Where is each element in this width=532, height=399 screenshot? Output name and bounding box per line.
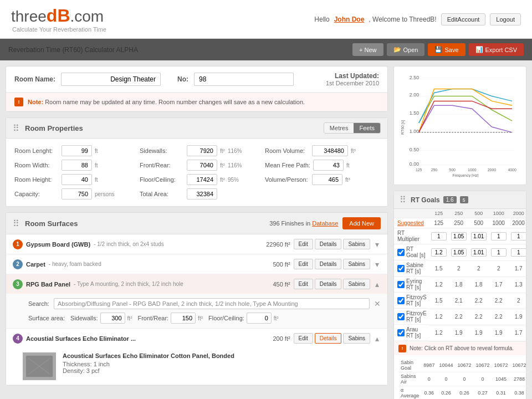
surface-details-1[interactable]: Details <box>315 239 342 249</box>
floorceil-input[interactable] <box>187 174 217 185</box>
rtg-2000[interactable] <box>511 248 526 257</box>
surface-details-3[interactable]: Details <box>315 279 342 289</box>
rtg-250[interactable] <box>451 248 467 257</box>
surface-product-info-4: Acoustical Surfaces Echo Eliminator Cott… <box>63 352 234 380</box>
surface-sabins-4[interactable]: Sabins <box>343 333 370 344</box>
sidewalls-unit: ft² <box>220 148 225 154</box>
freq-250: 250 <box>449 209 469 218</box>
svg-text:RT60 [s]: RT60 [s] <box>401 120 405 135</box>
note-text: Note: Room name may be updated at any ti… <box>28 99 305 105</box>
rtm-250[interactable] <box>451 232 467 241</box>
rtm-125[interactable] <box>431 232 447 241</box>
length-input[interactable] <box>62 145 92 156</box>
database-link[interactable]: Database <box>312 220 338 227</box>
surfaces-count: 396 Finishes in Database <box>269 220 338 227</box>
frontrear-area-input-3[interactable] <box>171 313 196 324</box>
surface-chevron-1[interactable]: ▾ <box>374 240 381 249</box>
rt-goal-check[interactable] <box>397 249 405 256</box>
surface-edit-2[interactable]: Edit <box>294 259 313 269</box>
aa-4000: 0.38 <box>510 386 529 399</box>
surface-chevron-2[interactable]: ▾ <box>374 260 381 269</box>
capacity-unit: persons <box>95 191 115 197</box>
logout-button[interactable]: Logout <box>490 13 521 25</box>
search-clear-3[interactable]: ✕ <box>374 299 381 308</box>
rtm-2000[interactable] <box>511 232 526 241</box>
sidewalls-pct: 116% <box>228 148 242 154</box>
frontrear-input[interactable] <box>187 160 217 171</box>
svg-text:250: 250 <box>431 168 438 172</box>
arau-2000: 1.7 <box>509 325 526 341</box>
room-name-label: Room Name: <box>14 75 55 83</box>
surface-row-4: 4 Acoustial Surfaces Echo Eliminator ...… <box>6 329 387 348</box>
surface-details-2[interactable]: Details <box>315 259 342 269</box>
surface-edit-3[interactable]: Edit <box>294 279 313 289</box>
room-name-row: Room Name: No: Last Updated: 1st Decembe… <box>6 66 387 93</box>
fitzroye-rt-label: FitzroyE RT [s] <box>406 310 427 323</box>
toolbar-actions: + New 📂 Open 💾 Save 📊 Export CSV <box>352 43 524 56</box>
sidewalls-label: Sidewalls: <box>140 147 184 154</box>
rt-goals-title: RT Goals <box>411 196 440 204</box>
width-input[interactable] <box>62 160 92 171</box>
last-updated-label: Last Updated: <box>326 72 379 80</box>
freq-1000: 1000 <box>489 209 509 218</box>
rtg-500[interactable] <box>471 248 487 257</box>
rt-goal-row: RT Goal [s] <box>394 244 526 261</box>
svg-text:500: 500 <box>449 168 456 172</box>
capacity-label: Capacity: <box>14 191 59 197</box>
sab-250: 2 <box>449 260 469 277</box>
arau-check[interactable] <box>397 329 405 336</box>
volume-input[interactable] <box>312 145 348 156</box>
rtg-1000[interactable] <box>491 248 507 257</box>
room-name-input[interactable] <box>61 73 161 86</box>
edit-account-button[interactable]: EditAccount <box>441 13 486 25</box>
floorceil-area-input-3[interactable] <box>247 313 272 324</box>
surface-sabins-3[interactable]: Sabins <box>343 279 370 289</box>
floorceil-area-3: Floor/Ceiling: ft² <box>208 313 279 324</box>
surface-num-4: 4 <box>13 334 23 344</box>
rtm-1000[interactable] <box>491 232 507 241</box>
totalarea-input[interactable] <box>187 188 217 200</box>
surface-edit-4[interactable]: Edit <box>294 333 313 344</box>
sidewalls-col: Sidewalls: ft² 116% Front/Rear: ft² 116%… <box>140 145 254 200</box>
sidewalls-area-input-3[interactable] <box>100 313 125 324</box>
fitzroye-check[interactable] <box>397 313 405 320</box>
surface-details-4[interactable]: Details <box>315 333 342 344</box>
frontrear-area-label-3: Front/Rear: <box>137 315 168 321</box>
capacity-input[interactable] <box>62 188 92 200</box>
fitzroys-check[interactable] <box>397 297 405 304</box>
metres-button[interactable]: Metres <box>324 123 354 133</box>
volperson-input[interactable] <box>312 174 342 185</box>
surface-chevron-3[interactable]: ▴ <box>374 280 381 289</box>
rt-goals-header: ⠿ RT Goals 1.6 s <box>394 191 526 209</box>
surface-edit-1[interactable]: Edit <box>294 239 313 249</box>
surface-area-2: 500 ft² <box>273 261 290 268</box>
toolbar-title-text: Reverbation Time (RT60) Calculator <box>8 46 115 54</box>
save-button[interactable]: 💾 Save <box>428 43 465 56</box>
rtm-500[interactable] <box>471 232 487 241</box>
svg-text:1.50: 1.50 <box>410 110 419 116</box>
fzs-500: 2.2 <box>469 293 489 309</box>
surface-sabins-1[interactable]: Sabins <box>343 239 370 249</box>
suggested-label[interactable]: Suggested <box>394 218 429 228</box>
mfp-input[interactable] <box>313 160 344 171</box>
height-input[interactable] <box>62 174 92 185</box>
s-500: 500 <box>469 218 489 228</box>
feets-button[interactable]: Feets <box>354 123 380 133</box>
search-input-3[interactable] <box>54 298 370 309</box>
rtg-125[interactable] <box>431 248 447 257</box>
no-input[interactable] <box>194 73 294 86</box>
sabine-check[interactable] <box>397 265 405 272</box>
add-new-surface-button[interactable]: Add New <box>342 217 381 229</box>
grip-icon: ⠿ <box>13 123 21 134</box>
eyring-check[interactable] <box>397 281 405 288</box>
export-button[interactable]: 📊 Export CSV <box>469 43 524 56</box>
open-button[interactable]: 📂 Open <box>387 43 425 56</box>
user-link[interactable]: John Doe <box>334 16 365 23</box>
surface-product-4: Acoustical Surfaces Echo Eliminator Cott… <box>6 348 387 385</box>
area-row-3: Surface area: Sidewalls: ft² Front/Rear:… <box>28 313 381 324</box>
sidewalls-input[interactable] <box>187 145 217 156</box>
rt-goals-bottom: Sabin Goal 8987 10044 10672 10672 10672 … <box>394 355 526 400</box>
surface-chevron-4[interactable]: ▴ <box>374 334 381 343</box>
new-button[interactable]: + New <box>352 43 383 56</box>
surface-sabins-2[interactable]: Sabins <box>343 259 370 269</box>
